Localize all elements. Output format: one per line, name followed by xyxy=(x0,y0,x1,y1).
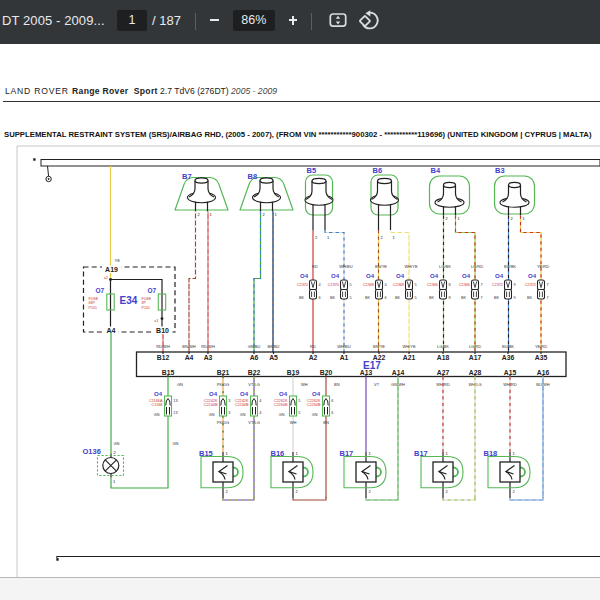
svg-text:4: 4 xyxy=(259,399,261,403)
svg-text:YE/RD: YE/RD xyxy=(537,264,549,269)
svg-text:5: 5 xyxy=(350,283,352,287)
svg-text:BK: BK xyxy=(461,296,467,300)
svg-text:B16: B16 xyxy=(271,449,285,458)
svg-text:VT: VT xyxy=(374,382,380,387)
svg-text:C2264B: C2264B xyxy=(307,403,321,407)
svg-text:5: 5 xyxy=(415,296,417,300)
svg-text:O4: O4 xyxy=(495,273,504,279)
svg-text:7: 7 xyxy=(547,283,549,287)
svg-text:GN: GN xyxy=(173,441,179,446)
svg-text:BK: BK xyxy=(365,296,371,300)
svg-text:C1168: C1168 xyxy=(152,403,163,407)
svg-text:x1: x1 xyxy=(154,318,159,323)
svg-text:O4: O4 xyxy=(279,391,288,397)
svg-text:O4: O4 xyxy=(209,391,218,397)
svg-text:x2: x2 xyxy=(104,275,109,280)
svg-text:RD/WH: RD/WH xyxy=(156,344,170,349)
svg-text:6: 6 xyxy=(331,399,333,403)
svg-text:5: 5 xyxy=(350,296,352,300)
svg-text:9: 9 xyxy=(514,283,516,287)
svg-text:BK: BK xyxy=(330,296,336,300)
svg-text:GN: GN xyxy=(279,413,285,417)
svg-text:A17: A17 xyxy=(469,354,482,361)
svg-text:VT/LG: VT/LG xyxy=(248,420,260,425)
svg-text:1: 1 xyxy=(113,479,116,484)
svg-text:BK/BU: BK/BU xyxy=(267,344,279,349)
svg-text:13: 13 xyxy=(173,399,177,403)
svg-text:C2244B: C2244B xyxy=(204,403,218,407)
svg-text:2: 2 xyxy=(198,212,201,217)
svg-text:B4: B4 xyxy=(431,166,441,175)
svg-text:A1: A1 xyxy=(340,354,349,361)
svg-text:O4: O4 xyxy=(154,391,163,397)
svg-text:GN: GN xyxy=(114,441,120,446)
svg-text:WH/BU: WH/BU xyxy=(339,264,352,269)
svg-text:BN: BN xyxy=(334,382,340,387)
svg-text:5: 5 xyxy=(298,411,300,415)
svg-text:O4: O4 xyxy=(462,273,471,279)
svg-text:2: 2 xyxy=(114,450,117,455)
svg-text:BU/BK: BU/BK xyxy=(504,264,516,269)
svg-text:A4: A4 xyxy=(185,354,194,361)
svg-text:WH: WH xyxy=(301,382,308,387)
svg-text:1: 1 xyxy=(226,451,229,456)
svg-text:7: 7 xyxy=(481,283,483,287)
svg-text:P101: P101 xyxy=(142,306,150,310)
svg-text:4: 4 xyxy=(385,283,387,287)
svg-text:E34: E34 xyxy=(120,295,138,306)
svg-text:B6: B6 xyxy=(373,166,383,175)
svg-text:BK: BK xyxy=(395,296,401,300)
svg-text:C2264B: C2264B xyxy=(274,403,288,407)
svg-text:2: 2 xyxy=(263,212,266,217)
svg-text:4: 4 xyxy=(259,411,261,415)
svg-text:2: 2 xyxy=(511,216,514,221)
svg-text:6: 6 xyxy=(319,296,321,300)
svg-text:4: 4 xyxy=(319,283,321,287)
svg-text:O136: O136 xyxy=(83,447,101,456)
svg-text:O4: O4 xyxy=(396,273,405,279)
svg-text:1: 1 xyxy=(296,451,299,456)
svg-text:7: 7 xyxy=(547,296,549,300)
svg-text:B10: B10 xyxy=(156,327,169,334)
svg-text:6: 6 xyxy=(385,296,387,300)
svg-text:A36: A36 xyxy=(502,354,515,361)
svg-text:B5: B5 xyxy=(307,166,317,175)
svg-text:1: 1 xyxy=(446,451,449,456)
svg-text:WH/BU: WH/BU xyxy=(337,344,350,349)
svg-text:BK: BK xyxy=(429,296,435,300)
svg-text:3: 3 xyxy=(228,411,230,415)
svg-text:9: 9 xyxy=(514,296,516,300)
svg-text:GN: GN xyxy=(154,413,160,417)
svg-text:2: 2 xyxy=(381,235,384,240)
svg-text:RD: RD xyxy=(310,344,316,349)
svg-text:LG/BK: LG/BK xyxy=(439,264,451,269)
svg-text:A19: A19 xyxy=(105,266,118,273)
svg-text:C2366: C2366 xyxy=(427,283,438,287)
svg-text:O4: O4 xyxy=(528,273,537,279)
svg-text:B15: B15 xyxy=(199,449,213,458)
svg-text:B7: B7 xyxy=(182,172,192,181)
svg-text:YE/RD: YE/RD xyxy=(535,344,547,349)
svg-text:LG/RD: LG/RD xyxy=(469,344,481,349)
svg-text:C2370: C2370 xyxy=(297,283,308,287)
svg-text:C2368: C2368 xyxy=(363,283,374,287)
svg-text:B17: B17 xyxy=(340,449,354,458)
svg-text:A18: A18 xyxy=(437,354,450,361)
svg-text:GN: GN xyxy=(240,413,246,417)
svg-text:WH/YE: WH/YE xyxy=(404,264,417,269)
svg-text:GN/BU: GN/BU xyxy=(248,344,261,349)
svg-text:O4: O4 xyxy=(430,273,439,279)
svg-text:BK: BK xyxy=(299,296,305,300)
svg-text:C2370: C2370 xyxy=(328,283,339,287)
svg-text:C2372: C2372 xyxy=(492,283,503,287)
svg-text:2: 2 xyxy=(446,216,449,221)
svg-text:BN: BN xyxy=(323,420,329,425)
svg-text:O4: O4 xyxy=(312,391,321,397)
svg-text:GN: GN xyxy=(177,382,183,387)
svg-text:A6: A6 xyxy=(250,354,259,361)
svg-text:5: 5 xyxy=(298,399,300,403)
svg-text:O7: O7 xyxy=(148,287,157,294)
svg-text:1: 1 xyxy=(275,212,278,217)
svg-text:O4: O4 xyxy=(331,273,340,279)
svg-text:B18: B18 xyxy=(484,449,498,458)
